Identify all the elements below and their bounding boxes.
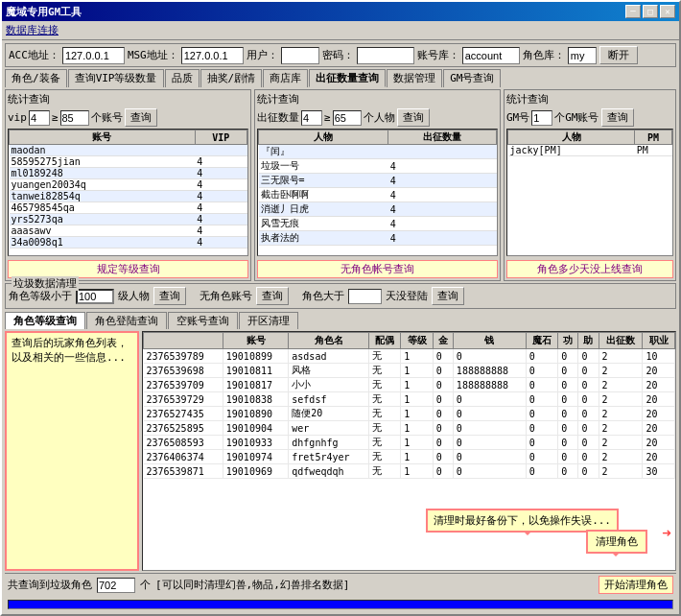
table-row: 2376525895 19010904 wer 无 1 0 0 0 0 0 2 … (144, 421, 675, 436)
vip-count-input[interactable] (60, 110, 89, 126)
mid-count-cell (388, 145, 497, 159)
trash-query-btn2[interactable]: 查询 (256, 287, 289, 305)
vip-account-cell: yrs5273qa (10, 214, 196, 225)
spouse-cell: 无 (368, 378, 401, 392)
tab-role-equip[interactable]: 角色/装备 (5, 69, 67, 87)
tab-quality[interactable]: 品质 (165, 69, 200, 87)
db-input[interactable] (462, 47, 520, 64)
tab-data-mgmt[interactable]: 数据管理 (387, 69, 442, 87)
role-input[interactable] (568, 47, 597, 64)
merit-cell: 0 (558, 407, 578, 421)
mid-query-button[interactable]: 查询 (397, 108, 430, 127)
mid-list[interactable]: 人物 出征数量 『闰』垃圾一号4三无限号=4截击卧啊啊4消逝丿日虎4风雪无痕4执… (257, 129, 498, 256)
minimize-button[interactable]: ─ (625, 5, 641, 18)
mid-table-row: 执者法的4 (259, 231, 497, 246)
tab-gm-query[interactable]: GM号查询 (443, 69, 501, 87)
section-tab-grade[interactable]: 角色等级查询 (5, 312, 85, 329)
pwd-input[interactable] (357, 47, 414, 64)
gm-panel: 统计查询 GM号 个GM账号 查询 人物 PM (504, 89, 676, 281)
mid-panel: 统计查询 出征数量 ≥ 个人物 查询 人物 出征数量 (254, 89, 501, 281)
clean-role-button[interactable]: 开始清理角色 (599, 576, 673, 594)
vip-account-cell: aaasawv (10, 225, 196, 237)
trash-query-btn1[interactable]: 查询 (153, 287, 186, 305)
title-bar-buttons: ─ □ ✕ (625, 5, 675, 18)
trash-query-btn3[interactable]: 查询 (432, 287, 464, 305)
stone-cell: 0 (526, 349, 558, 364)
vip-num-input[interactable] (29, 110, 50, 126)
merit-cell: 0 (558, 349, 578, 364)
money-cell: 0 (453, 464, 526, 479)
grade-value-input[interactable] (76, 289, 114, 304)
tab-vip-count[interactable]: 查询VIP等级数量 (68, 69, 164, 87)
spouse-cell: 无 (368, 392, 401, 407)
role-offline-query-button[interactable]: 角色多少天没上线查询 (506, 260, 673, 278)
mid-name-cell: 消逝丿日虎 (259, 202, 388, 217)
mid-count-cell: 4 (388, 188, 497, 202)
gm-table: 人物 PM jacky[PM] PM (507, 130, 672, 156)
menu-bar[interactable]: 数据库连接 (2, 21, 679, 40)
table-row: 2376539709 19010817 小小 无 1 0 188888888 0… (144, 378, 675, 392)
help-cell: 0 (578, 464, 599, 479)
help-cell: 0 (578, 450, 599, 464)
expedition-cell: 2 (599, 450, 643, 464)
vip-col-vip: VIP (195, 130, 247, 145)
msg-input[interactable] (181, 47, 244, 64)
mid-table-row: 『闰』 (259, 145, 497, 159)
hint-text: [可以同时清理幻兽,物品,幻兽排名数据] (155, 578, 350, 592)
level-cell: 1 (401, 421, 434, 436)
gm-num-input[interactable] (531, 110, 552, 126)
title-bar: 魔域专用GM工具 ─ □ ✕ (2, 2, 679, 21)
col-merit: 功 (558, 333, 578, 349)
merit-cell: 0 (558, 378, 578, 392)
job-cell: 20 (643, 407, 675, 421)
section-tab-clear[interactable]: 开区清理 (239, 312, 298, 329)
col-help: 助 (578, 333, 599, 349)
id-cell: 2376525895 (144, 421, 223, 436)
mid-name-cell: 三无限号= (259, 174, 388, 188)
acc-input[interactable] (62, 47, 125, 64)
help-cell: 0 (578, 407, 599, 421)
stone-cell: 0 (526, 378, 558, 392)
no-account-query-button[interactable]: 无角色帐号查询 (257, 260, 498, 278)
section-tab-empty-account[interactable]: 空账号查询 (168, 312, 238, 329)
money-cell: 188888888 (453, 378, 526, 392)
tab-expedition[interactable]: 出征数量查询 (309, 69, 386, 87)
merit-cell: 0 (558, 450, 578, 464)
spouse-cell: 无 (368, 349, 401, 364)
maximize-button[interactable]: □ (643, 5, 658, 18)
role-label: 角色库： (523, 48, 565, 62)
panels-row: 统计查询 vip ≥ 个账号 查询 账号 VIP (5, 89, 676, 281)
gm-list[interactable]: 人物 PM jacky[PM] PM (506, 129, 673, 256)
disconnect-button[interactable]: 断开 (599, 46, 638, 64)
mid-table-row: 风雪无痕4 (259, 217, 497, 231)
job-cell: 20 (643, 421, 675, 436)
user-input[interactable] (281, 47, 319, 64)
job-cell: 20 (643, 364, 675, 378)
vip-list[interactable]: 账号 VIP maodan58595275jian4ml01892484yuan… (8, 129, 248, 256)
mid-num-input[interactable] (301, 110, 322, 126)
tab-shop[interactable]: 商店库 (263, 69, 308, 87)
id-cell: 2376539789 (144, 349, 223, 364)
vip-query-button[interactable]: 查询 (125, 108, 157, 127)
grade-unit-label: 级人物 (118, 289, 150, 303)
mid-count-input[interactable] (333, 110, 362, 126)
vip-vip-cell: 4 (195, 214, 247, 225)
total-value-input[interactable] (97, 578, 135, 593)
col-id (144, 333, 223, 349)
close-button[interactable]: ✕ (660, 5, 675, 18)
tab-lottery[interactable]: 抽奖/剧情 (200, 69, 263, 87)
expedition-cell: 2 (599, 436, 643, 450)
level-cell: 1 (401, 436, 434, 450)
vip-col-account: 账号 (10, 130, 196, 145)
days-input[interactable] (348, 289, 382, 304)
section-tab-login[interactable]: 角色登陆查询 (86, 312, 167, 329)
mid-name-cell: 执者法的 (259, 231, 388, 246)
vip-vip-cell: 4 (195, 225, 247, 237)
spouse-cell: 无 (368, 436, 401, 450)
expedition-cell: 2 (599, 378, 643, 392)
mid-stat-row: 统计查询 (257, 92, 498, 107)
vip-account-cell: tanwei82854q (10, 191, 196, 202)
gm-query-button[interactable]: 查询 (601, 108, 634, 127)
help-cell: 0 (578, 349, 599, 364)
vip-table-row: 34a0098q14 (10, 237, 247, 249)
